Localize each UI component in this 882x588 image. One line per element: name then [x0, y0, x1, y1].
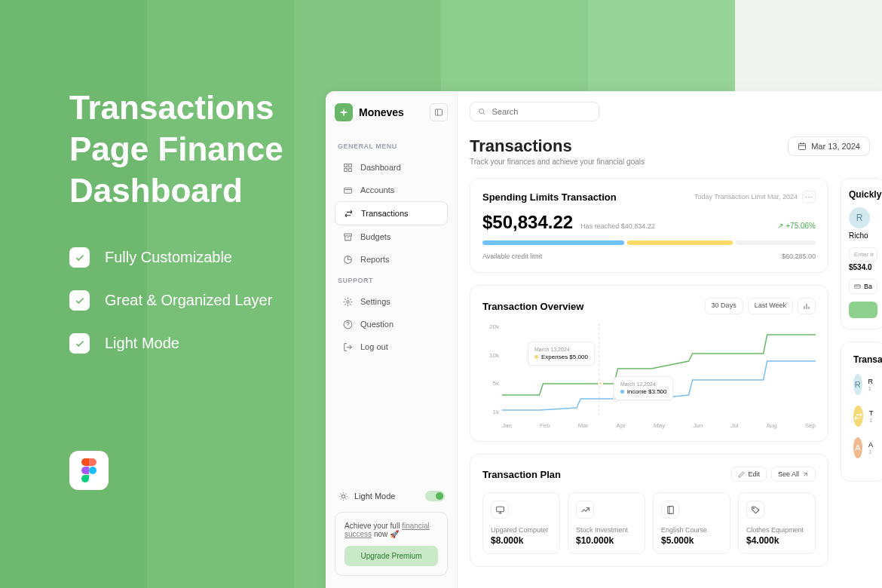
svg-rect-23 — [496, 507, 504, 512]
menu-section-general: GENERAL MENU — [338, 142, 445, 150]
card-icon — [854, 283, 861, 290]
spending-reached: Has reached $40,834.22 — [580, 222, 655, 230]
quick-title: Quickly — [849, 189, 877, 200]
plan-card: Transaction Plan Edit See All — [470, 454, 828, 567]
chart-tooltip: March 13,2024 Expenses $5.000 — [528, 341, 595, 366]
svg-point-28 — [753, 507, 754, 508]
edit-button[interactable]: Edit — [731, 467, 767, 482]
feature-item: Light Mode — [69, 333, 311, 354]
plan-item[interactable]: Stock Investment $10.000k — [568, 492, 645, 554]
grid-icon — [342, 162, 353, 173]
sidebar-item-question[interactable]: Question — [335, 313, 448, 335]
svg-point-12 — [341, 495, 345, 498]
brand-logo-icon — [335, 103, 353, 121]
search-input[interactable] — [492, 107, 591, 116]
avatar: A — [853, 437, 862, 458]
overview-card: Transaction Overview 30 Days Last Week 2… — [470, 285, 828, 442]
plan-item[interactable]: Clothes Equipment $4.000k — [738, 492, 816, 554]
feature-item: Fully Customizable — [69, 247, 311, 268]
check-icon — [69, 247, 90, 268]
filter-lastweek-button[interactable]: Last Week — [748, 298, 793, 314]
sidebar-item-reports[interactable]: Reports — [335, 248, 448, 271]
chart-type-button[interactable] — [798, 298, 816, 314]
available-label: Available credit limit — [482, 253, 542, 260]
date-filter-button[interactable]: Mar 13, 2024 — [788, 136, 870, 156]
list-item[interactable]: A A1 — [853, 437, 873, 458]
plan-item[interactable]: English Course $5.000k — [653, 492, 730, 554]
wallet-icon — [342, 185, 353, 195]
list-item[interactable]: R R1 — [853, 374, 873, 395]
page-subtitle: Track your finances and achieve your fin… — [470, 158, 645, 166]
spending-percent: ↗ +75.06% — [777, 222, 816, 230]
chart-icon — [342, 254, 353, 265]
send-button[interactable] — [849, 302, 877, 318]
check-icon — [69, 290, 90, 311]
brand: Moneves — [335, 103, 448, 121]
svg-point-0 — [89, 467, 96, 474]
svg-rect-15 — [799, 144, 806, 150]
theme-toggle[interactable] — [425, 491, 445, 501]
avatar[interactable]: R — [849, 207, 870, 228]
available-value: $60,285.00 — [782, 253, 816, 260]
brand-name: Moneves — [359, 106, 404, 118]
feature-item: Great & Organized Layer — [69, 290, 311, 311]
logout-icon — [342, 341, 353, 352]
pencil-icon — [738, 471, 745, 478]
monitor-icon — [491, 501, 509, 519]
calendar-icon — [798, 142, 807, 151]
page-title: Transactions — [470, 136, 645, 156]
payment-method[interactable]: Ba — [849, 279, 877, 294]
filter-30days-button[interactable]: 30 Days — [705, 298, 743, 314]
sidebar-item-dashboard[interactable]: Dashboard — [335, 156, 448, 179]
promo-title: Transactions Page Finance Dashboard — [69, 87, 311, 211]
see-all-button[interactable]: See All — [771, 467, 816, 482]
trend-icon — [576, 501, 594, 519]
svg-rect-26 — [667, 506, 673, 513]
sidebar-item-budgets[interactable]: Budgets — [335, 225, 448, 248]
svg-rect-8 — [344, 234, 351, 236]
sidebar-item-settings[interactable]: Settings — [335, 290, 448, 313]
svg-line-14 — [483, 113, 485, 115]
search-input-wrap[interactable] — [470, 102, 599, 121]
overview-title: Transaction Overview — [482, 301, 583, 312]
upgrade-card: Achieve your full financial success now … — [335, 512, 448, 576]
contact-name: Richo — [849, 231, 877, 240]
plan-item[interactable]: Upgared Computer $8.000k — [482, 492, 560, 554]
theme-toggle-row: Light Mode — [335, 491, 448, 501]
sidebar: Moneves GENERAL MENU Dashboard Accounts … — [326, 91, 458, 588]
list-item[interactable]: T1 — [853, 406, 873, 427]
collapse-sidebar-button[interactable] — [430, 103, 448, 121]
amount-value: $534.0 — [849, 263, 877, 271]
progress-bar — [482, 240, 816, 245]
chart-marker-expenses — [598, 381, 603, 386]
transactions-list-card: Transac R R1 T1 A A1 — [841, 341, 882, 482]
sidebar-item-transactions[interactable]: Transactions — [335, 201, 448, 225]
svg-point-13 — [479, 109, 484, 113]
chart-tooltip: March 12,2024 income $3.500 — [614, 376, 673, 400]
app-window: Moneves GENERAL MENU Dashboard Accounts … — [326, 91, 882, 588]
svg-rect-3 — [344, 164, 347, 167]
gear-icon — [342, 296, 353, 307]
svg-rect-6 — [348, 168, 351, 171]
theme-label: Light Mode — [354, 492, 395, 501]
spending-card: Spending Limits Transaction Today Transa… — [470, 178, 828, 273]
more-button[interactable]: ⋯ — [802, 191, 816, 203]
search-icon — [478, 107, 486, 116]
spending-title: Spending Limits Transaction — [482, 191, 617, 203]
sidebar-item-logout[interactable]: Log out — [335, 335, 448, 358]
swap-icon — [343, 208, 354, 219]
svg-rect-7 — [344, 188, 351, 193]
sidebar-item-accounts[interactable]: Accounts — [335, 179, 448, 201]
upgrade-button[interactable]: Upgrade Premium — [345, 546, 438, 566]
book-icon — [661, 501, 679, 519]
check-icon — [69, 333, 90, 354]
figma-icon — [69, 451, 109, 490]
archive-icon — [342, 231, 353, 242]
side-list-title: Transac — [853, 354, 873, 365]
tag-icon — [746, 501, 764, 519]
spending-amount: $50,834.22 — [482, 212, 573, 233]
plan-title: Transaction Plan — [482, 469, 561, 480]
question-icon — [342, 319, 353, 329]
amount-input[interactable]: Enter tr — [849, 247, 877, 262]
swap-icon — [853, 406, 863, 427]
